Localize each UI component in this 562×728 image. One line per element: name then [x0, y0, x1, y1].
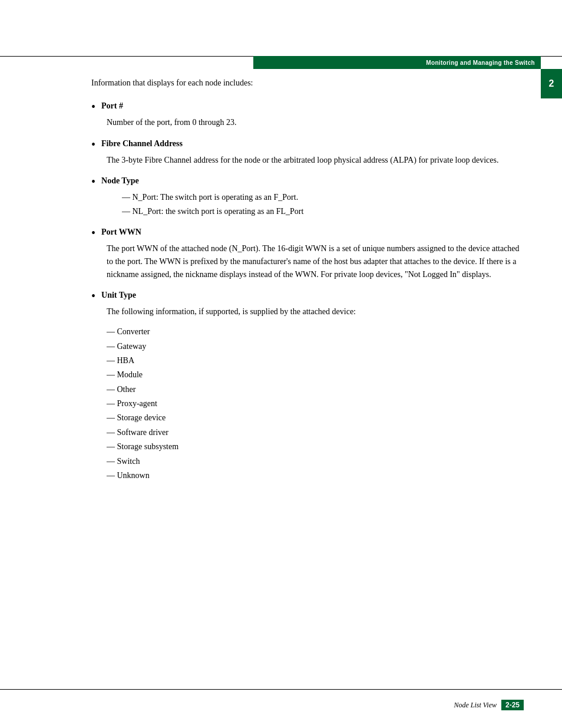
bullet-desc-unit-type: The following information, if supported,…: [107, 305, 524, 318]
unit-type-unknown: — Unknown: [107, 469, 524, 482]
unit-type-storage-subsystem: — Storage subsystem: [107, 440, 524, 453]
unit-type-software-driver: — Software driver: [107, 426, 524, 439]
bullet-label-fibre-channel: Fibre Channel Address: [101, 137, 183, 150]
bullet-item-fibre-channel: • Fibre Channel Address: [91, 137, 524, 151]
bullet-dot-2: •: [91, 137, 95, 151]
unit-type-storage-device: — Storage device: [107, 411, 524, 424]
header-bar: Monitoring and Managing the Switch: [253, 56, 541, 69]
page-container: Monitoring and Managing the Switch 2 Inf…: [0, 0, 562, 728]
unit-type-sub-list: — Converter — Gateway — HBA — Module — O…: [107, 325, 524, 482]
bullet-item-port-hash: • Port #: [91, 100, 524, 114]
footer-label: Node List View: [454, 701, 497, 710]
bullet-dot-4: •: [91, 226, 95, 240]
bullet-label-port-wwn: Port WWN: [101, 226, 141, 238]
bullet-port-wwn: • Port WWN The port WWN of the attached …: [91, 226, 524, 281]
content-area: Information that displays for each node …: [91, 77, 524, 681]
footer-page-number: 2-25: [501, 700, 524, 710]
unit-type-module: — Module: [107, 368, 524, 381]
bullet-desc-fibre-channel: The 3-byte Fibre Channel address for the…: [107, 154, 524, 167]
unit-type-hba: — HBA: [107, 354, 524, 367]
bullet-desc-port-wwn: The port WWN of the attached node (N_Por…: [107, 242, 524, 281]
bullet-item-unit-type: • Unit Type: [91, 289, 524, 303]
bullet-port-hash: • Port # Number of the port, from 0 thro…: [91, 100, 524, 129]
bullet-label-node-type: Node Type: [101, 174, 139, 187]
bullet-fibre-channel: • Fibre Channel Address The 3-byte Fibre…: [91, 137, 524, 167]
unit-type-gateway: — Gateway: [107, 340, 524, 353]
bullet-label-port-hash: Port #: [101, 100, 123, 112]
header-title: Monitoring and Managing the Switch: [426, 60, 535, 66]
node-type-sub-items: — N_Port: The switch port is operating a…: [107, 191, 524, 218]
unit-type-proxy-agent: — Proxy-agent: [107, 397, 524, 410]
chapter-number: 2: [549, 78, 554, 89]
unit-type-other: — Other: [107, 383, 524, 396]
bullet-dot-3: •: [91, 174, 95, 189]
footer-rule-line: [0, 689, 562, 690]
bullet-dot-5: •: [91, 289, 95, 303]
unit-type-switch: — Switch: [107, 455, 524, 468]
intro-text: Information that displays for each node …: [91, 77, 524, 89]
chapter-tab: 2: [541, 69, 562, 98]
bullet-unit-type: • Unit Type The following information, i…: [91, 289, 524, 482]
unit-type-converter: — Converter: [107, 325, 524, 338]
node-type-nlport: — NL_Port: the switch port is operating …: [122, 205, 524, 218]
bullet-desc-port-hash: Number of the port, from 0 through 23.: [107, 116, 524, 129]
bullet-dot-1: •: [91, 100, 95, 114]
footer-right: Node List View 2-25: [454, 700, 524, 710]
bullet-item-node-type: • Node Type: [91, 174, 524, 189]
bullet-item-port-wwn: • Port WWN: [91, 226, 524, 240]
footer: Node List View 2-25: [91, 700, 524, 710]
bullet-label-unit-type: Unit Type: [101, 289, 136, 301]
node-type-nport: — N_Port: The switch port is operating a…: [122, 191, 524, 203]
bullet-node-type: • Node Type — N_Port: The switch port is…: [91, 174, 524, 218]
